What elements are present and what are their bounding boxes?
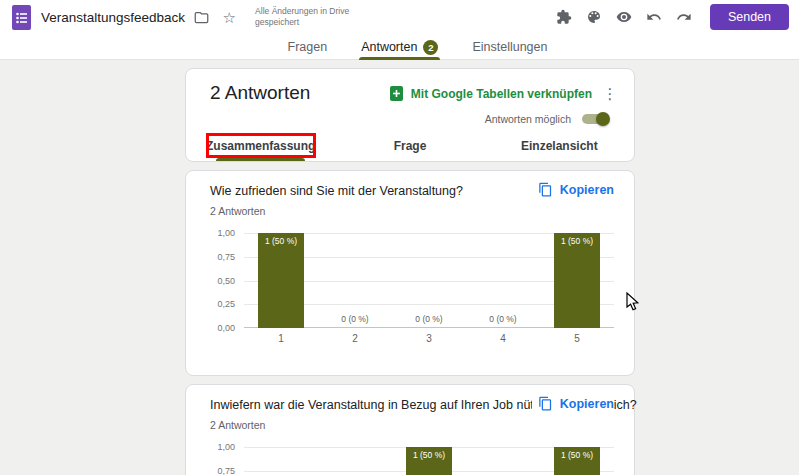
accepting-responses-label: Antworten möglich	[485, 113, 571, 125]
question-card-2: Inwiefern war die Veranstaltung in Bezug…	[185, 384, 635, 475]
bar-value-label: 1 (50 %)	[258, 236, 304, 246]
bar-chart-question-1: 1,000,750,500,250,00 1 (50 %)0 (0 %)0 (0…	[210, 233, 614, 346]
bar-slot: 1 (50 %)	[540, 447, 614, 475]
y-tick-label: 1,00	[217, 442, 235, 452]
bar-slot: 0 (0 %)	[244, 447, 318, 475]
copy-icon	[538, 396, 553, 411]
bar-value-label: 1 (50 %)	[554, 236, 600, 246]
chart-x-axis: 12345	[244, 328, 614, 346]
responses-title: 2 Antworten	[210, 82, 389, 104]
bar-slot: 0 (0 %)	[318, 447, 392, 475]
undo-icon[interactable]	[641, 4, 668, 31]
bar-value-label: 1 (50 %)	[554, 450, 600, 460]
star-icon[interactable]: ☆	[217, 5, 241, 29]
y-tick-label: 0,75	[217, 466, 235, 475]
google-sheets-icon	[389, 86, 404, 101]
document-title[interactable]: Veranstaltungsfeedback	[41, 10, 185, 25]
chart-plot-area: 0 (0 %)0 (0 %)1 (50 %)0 (0 %)1 (50 %)	[244, 447, 614, 475]
bar: 1 (50 %)	[554, 233, 600, 328]
chart-y-axis: 1,000,750,500,250,00	[210, 233, 244, 328]
tab-einzelansicht[interactable]: Einzelansicht	[485, 131, 634, 161]
tab-einstellungen[interactable]: Einstellungen	[470, 34, 549, 60]
responses-view-tabs: Zusammenfassung Frage Einzelansicht	[186, 131, 634, 161]
y-tick-label: 0,75	[217, 252, 235, 262]
bar: 1 (50 %)	[554, 447, 600, 475]
bar-value-label: 0 (0 %)	[466, 314, 540, 324]
bar: 1 (50 %)	[406, 447, 452, 475]
bar-chart-question-2: 1,000,750,500,250,00 0 (0 %)0 (0 %)1 (50…	[210, 447, 614, 475]
bar-value-label: 0 (0 %)	[392, 314, 466, 324]
link-to-sheets-button[interactable]: Mit Google Tabellen verknüpfen	[389, 86, 592, 101]
x-tick-label: 4	[466, 328, 540, 346]
y-tick-label: 1,00	[217, 228, 235, 238]
google-forms-logo-icon	[12, 5, 31, 30]
responses-summary-card: 2 Antworten Mit Google Tabellen verknüpf…	[185, 68, 635, 162]
redo-icon[interactable]	[671, 4, 698, 31]
y-tick-label: 0,25	[217, 299, 235, 309]
responses-count-badge: 2	[423, 40, 438, 55]
tab-frage[interactable]: Frage	[335, 131, 484, 161]
x-tick-label: 5	[540, 328, 614, 346]
more-options-icon[interactable]: ⋮	[598, 82, 622, 106]
x-tick-label: 3	[392, 328, 466, 346]
bar-slot: 0 (0 %)	[318, 233, 392, 328]
bar: 1 (50 %)	[258, 233, 304, 328]
bar-value-label: 0 (0 %)	[318, 314, 392, 324]
chart-plot-area: 1 (50 %)0 (0 %)0 (0 %)0 (0 %)1 (50 %)	[244, 233, 614, 328]
copy-chart-button[interactable]: Kopieren	[532, 182, 614, 197]
tab-antworten[interactable]: Antworten 2	[359, 34, 440, 60]
bar-slot: 1 (50 %)	[540, 233, 614, 328]
question-card-1: Wie zufrieden sind Sie mit der Veranstal…	[185, 170, 635, 376]
question-response-count: 2 Antworten	[210, 419, 614, 431]
theme-palette-icon[interactable]	[581, 4, 608, 31]
bar-slot: 1 (50 %)	[392, 447, 466, 475]
chart-y-axis: 1,000,750,500,250,00	[210, 447, 244, 475]
move-folder-icon[interactable]	[189, 5, 213, 29]
tab-fragen[interactable]: Fragen	[286, 34, 330, 60]
bar-slot: 0 (0 %)	[392, 233, 466, 328]
x-tick-label: 1	[244, 328, 318, 346]
y-tick-label: 0,00	[217, 323, 235, 333]
question-response-count: 2 Antworten	[210, 205, 614, 217]
topbar: Veranstaltungsfeedback ☆ Alle Änderungen…	[0, 0, 799, 34]
y-tick-label: 0,50	[217, 276, 235, 286]
active-tab-underline	[359, 57, 440, 60]
tab-zusammenfassung[interactable]: Zusammenfassung	[186, 131, 335, 161]
x-tick-label: 2	[318, 328, 392, 346]
app-header: Veranstaltungsfeedback ☆ Alle Änderungen…	[0, 0, 799, 60]
preview-eye-icon[interactable]	[611, 4, 638, 31]
bar-slot: 0 (0 %)	[466, 447, 540, 475]
send-button[interactable]: Senden	[710, 4, 789, 30]
addons-puzzle-icon[interactable]	[551, 4, 578, 31]
copy-chart-button[interactable]: Kopieren	[532, 396, 614, 411]
bar-slot: 0 (0 %)	[466, 233, 540, 328]
form-nav-tabs: Fragen Antworten 2 Einstellungen	[18, 34, 799, 60]
copy-icon	[538, 182, 553, 197]
accepting-responses-toggle[interactable]	[580, 112, 610, 126]
bar-value-label: 1 (50 %)	[406, 450, 452, 460]
drive-save-status: Alle Änderungen in Drive gespeichert	[255, 6, 383, 27]
bar-slot: 1 (50 %)	[244, 233, 318, 328]
